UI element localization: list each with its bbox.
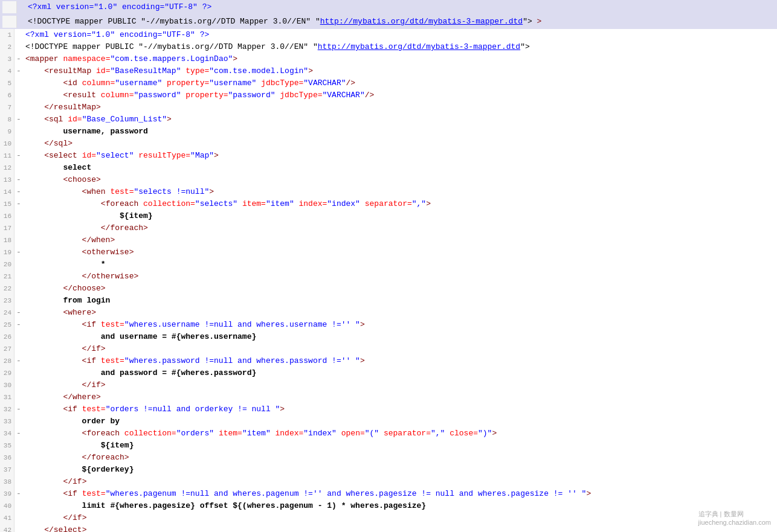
fold-marker[interactable]: -	[15, 488, 23, 500]
fold-marker[interactable]	[15, 452, 23, 464]
fold-spacer	[16, 223, 21, 232]
token: >	[360, 356, 365, 365]
token: >	[124, 453, 129, 462]
token: "item"	[266, 199, 294, 208]
token: when	[86, 187, 105, 196]
fold-spacer	[16, 284, 21, 293]
line-content: </foreach>	[23, 452, 129, 464]
fold-marker[interactable]	[15, 126, 23, 138]
fold-marker[interactable]	[15, 258, 23, 271]
token: result	[68, 91, 96, 100]
fold-marker[interactable]	[15, 343, 23, 355]
fold-marker[interactable]	[15, 476, 23, 488]
fold-marker[interactable]	[15, 89, 23, 101]
fold-marker[interactable]	[15, 222, 23, 234]
fold-marker[interactable]	[15, 41, 23, 53]
fold-spacer	[16, 525, 21, 532]
fold-marker[interactable]: -	[15, 150, 23, 162]
line-content: <if test="wheres.username !=null and whe…	[23, 319, 365, 331]
fold-marker[interactable]	[15, 415, 23, 428]
code-line: 1 <?xml version="1.0" encoding="UTF-8" ?…	[0, 29, 777, 41]
fold-marker[interactable]	[15, 283, 23, 295]
fold-icon[interactable]: -	[16, 175, 21, 184]
fold-icon[interactable]: -	[16, 199, 21, 208]
fold-marker[interactable]	[15, 367, 23, 379]
xml-header-line: <?xml version="1.0" encoding="UTF-8" ?>	[0, 0, 777, 14]
token: and username = #{wheres.username}	[25, 332, 256, 341]
fold-icon[interactable]: -	[16, 429, 21, 438]
fold-marker[interactable]	[15, 101, 23, 114]
fold-icon[interactable]: -	[16, 66, 21, 75]
fold-icon[interactable]: -	[16, 54, 21, 63]
code-line: 31 </where>	[0, 391, 777, 403]
fold-marker[interactable]: -	[15, 53, 23, 65]
watermark: 追字典 | 数量网 jiuecheng.chazidian.com	[698, 510, 771, 526]
line-content: </otherwise>	[23, 271, 138, 283]
fold-icon[interactable]: -	[16, 308, 21, 317]
fold-marker[interactable]: -	[15, 246, 23, 258]
fold-marker[interactable]: -	[15, 114, 23, 126]
fold-marker[interactable]	[15, 138, 23, 150]
token: <	[25, 66, 49, 75]
fold-icon[interactable]: -	[16, 320, 21, 329]
fold-marker[interactable]	[15, 440, 23, 452]
token: if	[86, 356, 96, 365]
fold-marker[interactable]: -	[15, 307, 23, 319]
token: <	[25, 308, 68, 317]
line-number: 4	[0, 65, 15, 77]
line-content: </where>	[23, 391, 101, 403]
line-content: <resultMap id="BaseResultMap" type="com.…	[23, 65, 313, 77]
fold-marker[interactable]	[15, 331, 23, 343]
line-number: 12	[0, 162, 15, 174]
fold-marker[interactable]	[15, 464, 23, 476]
fold-icon[interactable]: -	[16, 405, 21, 414]
token: </	[25, 380, 91, 389]
dtd-link[interactable]: http://mybatis.org/dtd/mybatis-3-mapper.…	[320, 17, 523, 26]
line-content: <sql id="Base_Column_List">	[23, 114, 172, 126]
token: jdbcType=	[276, 91, 323, 100]
fold-marker[interactable]	[15, 500, 23, 512]
token: "password"	[228, 91, 275, 100]
fold-spacer	[16, 30, 21, 39]
code-line: 10 </sql>	[0, 138, 777, 150]
token: >	[167, 115, 172, 124]
fold-marker[interactable]: -	[15, 355, 23, 367]
token: id	[68, 79, 77, 88]
fold-marker[interactable]: -	[15, 319, 23, 331]
token: >	[96, 175, 101, 184]
fold-marker[interactable]	[15, 379, 23, 391]
fold-icon[interactable]: -	[16, 489, 21, 498]
fold-marker[interactable]	[15, 29, 23, 41]
fold-marker[interactable]: -	[15, 174, 23, 186]
fold-marker[interactable]	[15, 512, 23, 524]
fold-marker[interactable]: -	[15, 65, 23, 77]
fold-marker[interactable]	[15, 162, 23, 174]
token: >	[233, 54, 237, 63]
fold-icon[interactable]: -	[16, 115, 21, 124]
token: foreach	[91, 453, 124, 462]
code-line: 23 from login	[0, 295, 777, 307]
fold-icon[interactable]: -	[16, 356, 21, 365]
fold-marker[interactable]: -	[15, 198, 23, 210]
fold-marker[interactable]	[15, 210, 23, 222]
fold-marker[interactable]	[15, 234, 23, 246]
fold-marker[interactable]: -	[15, 403, 23, 415]
token: http://mybatis.org/dtd/mybatis-3-mapper.…	[318, 42, 520, 51]
token: >	[214, 151, 219, 160]
fold-marker[interactable]	[15, 295, 23, 307]
fold-marker[interactable]: -	[15, 186, 23, 198]
token: order by	[25, 417, 120, 426]
fold-marker[interactable]	[15, 391, 23, 403]
fold-marker[interactable]	[15, 524, 23, 532]
fold-marker[interactable]: -	[15, 428, 23, 440]
fold-icon[interactable]: -	[16, 151, 21, 160]
fold-icon[interactable]: -	[16, 187, 21, 196]
fold-icon[interactable]: -	[16, 248, 21, 257]
line-content: <id column="username" property="username…	[23, 77, 355, 89]
fold-marker[interactable]	[15, 77, 23, 89]
fold-marker[interactable]	[15, 271, 23, 283]
token: ${item}	[25, 441, 134, 450]
token: </	[25, 103, 54, 112]
fold-spacer	[16, 477, 21, 486]
token: column=	[77, 79, 115, 88]
